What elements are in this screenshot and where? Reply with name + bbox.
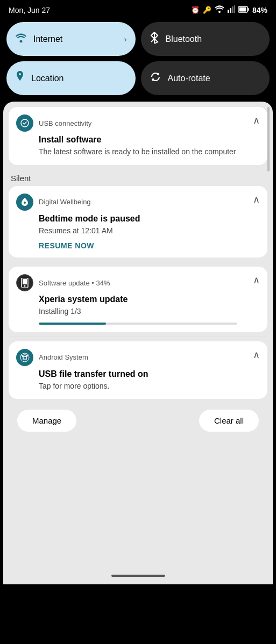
bluetooth-label: Bluetooth <box>166 34 202 44</box>
divider-1 <box>9 262 267 262</box>
chevron-right-icon: › <box>124 35 127 44</box>
svg-rect-7 <box>239 7 246 11</box>
svg-rect-13 <box>23 279 27 284</box>
manage-button[interactable]: Manage <box>17 410 76 432</box>
dw-app-name: Digital Wellbeing <box>39 198 91 206</box>
notifications-panel: USB connectivity ∧ Install software The … <box>3 102 273 569</box>
quick-tiles: Internet › Bluetooth Location <box>0 18 276 102</box>
wifi-signal-icon <box>215 5 224 15</box>
usb-connectivity-notification[interactable]: USB connectivity ∧ Install software The … <box>9 107 267 165</box>
as-title: USB file transfer turned on <box>16 369 260 379</box>
su-body: Installing 1/3 <box>16 306 260 317</box>
dw-title: Bedtime mode is paused <box>16 214 260 224</box>
autorotate-icon <box>150 71 161 85</box>
internet-tile[interactable]: Internet › <box>6 22 136 56</box>
dw-expand-icon[interactable]: ∧ <box>253 194 260 205</box>
bluetooth-tile[interactable]: Bluetooth <box>141 22 270 56</box>
home-indicator-area <box>3 569 273 584</box>
home-bar[interactable] <box>111 575 165 577</box>
android-system-notification[interactable]: Android System ∧ USB file transfer turne… <box>9 341 267 399</box>
su-title: Xperia system update <box>16 295 260 304</box>
as-body: Tap for more options. <box>16 381 260 392</box>
key-icon: 🔑 <box>203 6 211 14</box>
su-app-icon <box>16 274 33 291</box>
usb-body: The latest software is ready to be insta… <box>16 147 260 158</box>
digital-wellbeing-notification[interactable]: Digital Wellbeing ∧ Bedtime mode is paus… <box>9 186 267 258</box>
battery-icon <box>238 6 249 15</box>
as-expand-icon[interactable]: ∧ <box>253 349 260 361</box>
usb-expand-icon[interactable]: ∧ <box>253 115 260 126</box>
divider-2 <box>9 337 267 337</box>
status-icons: ⏰ 🔑 84% <box>191 5 267 15</box>
location-icon <box>15 71 25 85</box>
bluetooth-icon <box>150 32 159 46</box>
as-app-name: Android System <box>39 353 88 361</box>
autorotate-tile[interactable]: Auto-rotate <box>141 61 270 95</box>
svg-rect-3 <box>232 6 233 13</box>
svg-rect-4 <box>234 5 235 13</box>
location-label: Location <box>31 74 64 83</box>
su-expand-icon[interactable]: ∧ <box>253 274 260 286</box>
dw-notif-header: Digital Wellbeing ∧ <box>16 194 260 211</box>
panel-scroll-area: USB connectivity ∧ Install software The … <box>9 107 267 399</box>
as-app-icon <box>16 349 33 366</box>
su-notif-header: Software update • 34% ∧ <box>16 274 260 291</box>
scroll-indicator[interactable] <box>267 107 270 171</box>
wifi-icon <box>15 33 27 45</box>
silent-section-label: Silent <box>9 169 267 186</box>
dw-resume-action[interactable]: RESUME NOW <box>16 241 260 250</box>
usb-app-icon <box>16 115 33 132</box>
internet-label: Internet <box>33 34 62 44</box>
bottom-actions: Manage Clear all <box>9 403 267 440</box>
svg-point-14 <box>24 285 26 287</box>
autorotate-label: Auto-rotate <box>168 74 210 83</box>
svg-rect-2 <box>230 8 231 13</box>
dw-app-icon <box>16 194 33 211</box>
clear-all-button[interactable]: Clear all <box>199 410 259 432</box>
su-app-name: Software update • 34% <box>39 279 110 287</box>
usb-app-name: USB connectivity <box>39 119 91 127</box>
software-update-notification[interactable]: Software update • 34% ∧ Xperia system up… <box>9 267 267 332</box>
dw-body: Resumes at 12:01 AM <box>16 226 260 237</box>
notif-header: USB connectivity ∧ <box>16 115 260 132</box>
status-time: Mon, Jun 27 <box>9 6 50 15</box>
as-notif-header: Android System ∧ <box>16 349 260 366</box>
usb-title: Install software <box>16 135 260 145</box>
signal-icon <box>228 5 235 15</box>
battery-percent: 84% <box>252 6 267 15</box>
svg-rect-1 <box>228 10 229 13</box>
svg-rect-6 <box>247 8 249 11</box>
su-progress-bar-fill <box>39 323 106 325</box>
alarm-icon: ⏰ <box>191 6 200 14</box>
svg-point-11 <box>24 202 26 204</box>
su-progress-bar-container <box>39 323 237 325</box>
svg-point-8 <box>20 40 23 43</box>
location-tile[interactable]: Location <box>6 61 136 95</box>
svg-point-0 <box>218 11 221 13</box>
status-bar: Mon, Jun 27 ⏰ 🔑 84% <box>0 0 276 18</box>
